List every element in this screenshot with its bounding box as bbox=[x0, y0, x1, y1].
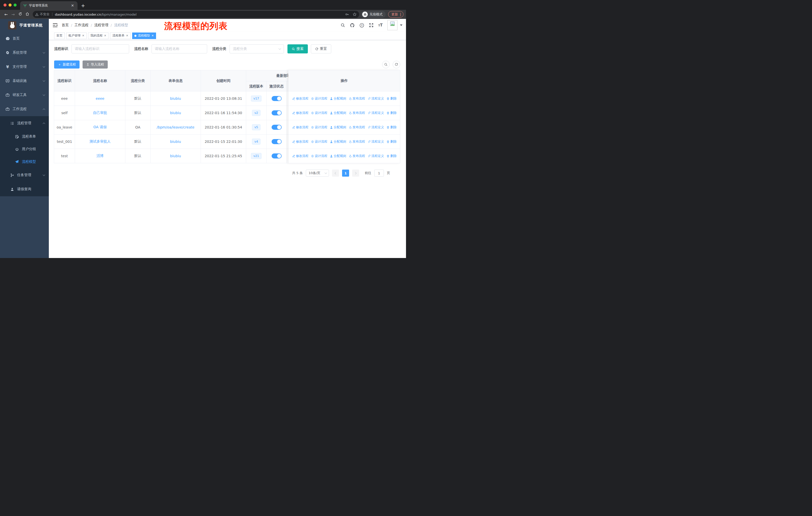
active-toggle[interactable] bbox=[271, 110, 282, 115]
action-edit-link[interactable]: 修改流程 bbox=[292, 125, 309, 130]
process-name-link[interactable]: 测试多审批人 bbox=[90, 139, 111, 143]
action-delete-link[interactable]: 删除 bbox=[386, 97, 397, 101]
action-edit-link[interactable]: 修改流程 bbox=[292, 111, 309, 115]
font-size-icon[interactable]: TT bbox=[378, 23, 383, 27]
filter-category-select[interactable]: 流程分类 bbox=[230, 44, 284, 53]
address-bar[interactable]: 不安全 dashboard.yudao.iocoder.cn/bpm/manag… bbox=[33, 11, 359, 18]
new-tab-button[interactable]: + bbox=[81, 3, 85, 8]
tab-close-icon[interactable]: ✕ bbox=[70, 3, 75, 7]
action-publish-link[interactable]: 发布流程 bbox=[349, 111, 365, 115]
action-definition-link[interactable]: 流程定义 bbox=[368, 97, 384, 101]
not-secure-warning[interactable]: 不安全 bbox=[35, 12, 50, 17]
browser-menu-icon[interactable] bbox=[400, 13, 401, 16]
active-toggle[interactable] bbox=[271, 154, 282, 159]
next-page-button[interactable] bbox=[352, 169, 359, 176]
page-1-button[interactable]: 1 bbox=[342, 169, 349, 176]
tag-close-icon[interactable]: ✕ bbox=[82, 34, 84, 37]
action-assign-link[interactable]: 分配规则 bbox=[330, 125, 346, 130]
action-edit-link[interactable]: 修改流程 bbox=[292, 97, 309, 101]
sidebar-collapse-icon[interactable] bbox=[53, 23, 58, 27]
zoom-window-button[interactable] bbox=[13, 3, 17, 6]
sidebar-item-home[interactable]: 首页 bbox=[0, 31, 49, 46]
browser-tab[interactable]: 芋道管理系统 ✕ bbox=[20, 1, 78, 10]
create-process-button[interactable]: ＋ 新建流程 bbox=[54, 60, 80, 69]
search-button[interactable]: 搜索 bbox=[287, 44, 308, 53]
sidebar-item-workflow[interactable]: 工作流程 bbox=[0, 102, 49, 116]
prev-page-button[interactable] bbox=[332, 169, 339, 176]
tag-tenant[interactable]: 租户管理✕ bbox=[66, 32, 87, 39]
sidebar-item-task-mgmt[interactable]: 任务管理 bbox=[0, 168, 49, 182]
reset-button[interactable]: 重置 bbox=[311, 44, 331, 53]
back-icon[interactable]: ← bbox=[2, 12, 9, 17]
window-controls[interactable] bbox=[0, 0, 20, 10]
import-process-button[interactable]: 导入流程 bbox=[83, 60, 108, 69]
header-search-icon[interactable] bbox=[341, 23, 345, 27]
goto-page-input[interactable]: 1 bbox=[374, 169, 384, 176]
process-name-link[interactable]: eeee bbox=[96, 97, 104, 101]
breadcrumb-home[interactable]: 首页 bbox=[62, 23, 69, 27]
toggle-search-button[interactable] bbox=[382, 61, 389, 68]
action-assign-link[interactable]: 分配规则 bbox=[330, 140, 346, 144]
action-definition-link[interactable]: 流程定义 bbox=[368, 111, 384, 115]
breadcrumb-workflow[interactable]: 工作流程 bbox=[75, 23, 89, 27]
close-window-button[interactable] bbox=[3, 3, 6, 6]
avatar[interactable] bbox=[387, 20, 398, 30]
sidebar-item-dev[interactable]: 研发工具 bbox=[0, 88, 49, 102]
active-toggle[interactable] bbox=[271, 96, 282, 101]
filter-key-input[interactable]: 请输入流程标识 bbox=[71, 44, 129, 53]
action-definition-link[interactable]: 流程定义 bbox=[368, 154, 384, 158]
action-edit-link[interactable]: 修改流程 bbox=[292, 140, 309, 144]
action-delete-link[interactable]: 删除 bbox=[386, 154, 397, 158]
sidebar-item-process-form[interactable]: 流程表单 bbox=[0, 130, 49, 143]
process-name-link[interactable]: OA 请假 bbox=[93, 125, 107, 129]
tag-process-form[interactable]: 流程表单✕ bbox=[110, 32, 130, 39]
action-delete-link[interactable]: 删除 bbox=[386, 125, 397, 130]
action-publish-link[interactable]: 发布流程 bbox=[349, 154, 365, 158]
form-info-link[interactable]: biubiu bbox=[170, 111, 181, 115]
sidebar-item-system[interactable]: 系统管理 bbox=[0, 46, 49, 60]
tag-close-icon[interactable]: ✕ bbox=[104, 34, 106, 37]
refresh-table-button[interactable] bbox=[393, 61, 400, 68]
form-info-link[interactable]: /bpm/oa/leave/create bbox=[157, 125, 195, 129]
form-info-link[interactable]: biubiu bbox=[170, 140, 181, 144]
action-design-link[interactable]: 设计流程 bbox=[311, 154, 327, 158]
action-design-link[interactable]: 设计流程 bbox=[311, 140, 327, 144]
active-toggle[interactable] bbox=[271, 139, 282, 144]
bookmark-star-icon[interactable] bbox=[353, 12, 357, 17]
sidebar-item-process-mgmt[interactable]: 流程管理 bbox=[0, 116, 49, 130]
tag-close-icon[interactable]: ✕ bbox=[126, 34, 128, 37]
action-edit-link[interactable]: 修改流程 bbox=[292, 154, 309, 158]
breadcrumb-process-mgmt[interactable]: 流程管理 bbox=[94, 23, 108, 27]
sidebar-item-infra[interactable]: 基础设施 bbox=[0, 74, 49, 88]
action-delete-link[interactable]: 删除 bbox=[386, 111, 397, 115]
update-chip[interactable]: 更新 bbox=[388, 11, 404, 18]
sidebar-item-user-group[interactable]: 用户分组 bbox=[0, 143, 49, 156]
avatar-caret-icon[interactable] bbox=[400, 24, 403, 26]
sidebar-item-process-model[interactable]: 流程模型 bbox=[0, 156, 49, 168]
forward-icon[interactable]: → bbox=[9, 12, 17, 17]
action-assign-link[interactable]: 分配规则 bbox=[330, 154, 346, 158]
key-icon[interactable] bbox=[345, 12, 349, 17]
action-definition-link[interactable]: 流程定义 bbox=[368, 140, 384, 144]
process-name-link[interactable]: 滔博 bbox=[97, 154, 104, 158]
process-name-link[interactable]: 自己审批 bbox=[93, 111, 107, 115]
action-publish-link[interactable]: 发布流程 bbox=[349, 125, 365, 130]
page-size-select[interactable]: 10条/页 bbox=[306, 169, 329, 176]
fullscreen-icon[interactable] bbox=[369, 23, 374, 27]
minimize-window-button[interactable] bbox=[8, 3, 11, 6]
reload-icon[interactable] bbox=[17, 12, 24, 17]
action-delete-link[interactable]: 删除 bbox=[386, 140, 397, 144]
sidebar-item-pay[interactable]: ¥ 支付管理 bbox=[0, 60, 49, 74]
form-info-link[interactable]: biubiu bbox=[170, 97, 181, 101]
filter-name-input[interactable]: 请输入流程名称 bbox=[151, 44, 207, 53]
action-definition-link[interactable]: 流程定义 bbox=[368, 125, 384, 130]
action-design-link[interactable]: 设计流程 bbox=[311, 97, 327, 101]
action-publish-link[interactable]: 发布流程 bbox=[349, 140, 365, 144]
tag-close-icon[interactable]: ✕ bbox=[151, 34, 154, 37]
help-icon[interactable]: ? bbox=[359, 23, 364, 28]
action-design-link[interactable]: 设计流程 bbox=[311, 111, 327, 115]
action-design-link[interactable]: 设计流程 bbox=[311, 125, 327, 130]
action-assign-link[interactable]: 分配规则 bbox=[330, 97, 346, 101]
sidebar-item-leave-query[interactable]: 请假查询 bbox=[0, 182, 49, 196]
action-assign-link[interactable]: 分配规则 bbox=[330, 111, 346, 115]
